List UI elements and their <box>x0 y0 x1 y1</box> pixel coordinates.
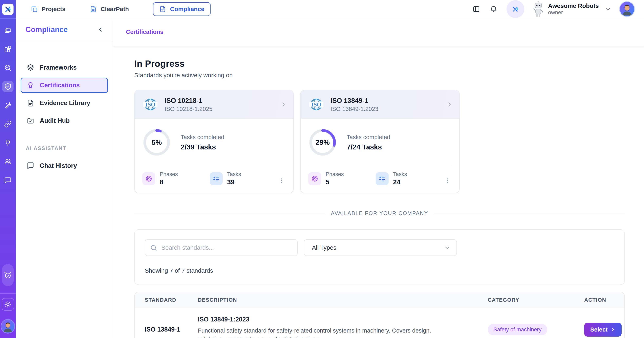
phases-target-icon <box>142 172 155 185</box>
col-description: DESCRIPTION <box>198 297 488 303</box>
user-avatar[interactable] <box>620 2 634 16</box>
file-text-icon <box>90 5 97 13</box>
tasks-summary: Tasks completed 2/39 Tasks <box>181 134 224 151</box>
sidebar-item-certifications[interactable]: Certifications <box>20 78 108 93</box>
card-menu-kebab-icon[interactable] <box>443 176 452 186</box>
tab-compliance-label: Compliance <box>170 6 204 12</box>
rail-user-avatar[interactable] <box>2 320 14 333</box>
row-action-cell: Select <box>584 323 622 337</box>
right-region: Projects ClearPath Compliance <box>16 0 644 338</box>
select-button-label: Select <box>590 326 608 333</box>
tab-clearpath-label: ClearPath <box>100 6 129 12</box>
standard-card-body: 29% Tasks completed 7/24 Tasks <box>300 119 459 165</box>
team-users-icon[interactable] <box>2 156 14 167</box>
divider-line <box>434 213 625 213</box>
standard-card-subtitle: ISO 13849-1:2023 <box>330 106 378 112</box>
standard-card-titles: ISO 13849-1 ISO 13849-1:2023 <box>330 97 378 112</box>
folder-check-icon <box>26 117 34 125</box>
panel-toggle-icon[interactable] <box>472 5 480 13</box>
alarm-check-icon[interactable] <box>2 264 14 286</box>
search-review-icon[interactable] <box>2 62 14 73</box>
chevron-right-icon[interactable] <box>446 101 452 107</box>
phases-label: Phases <box>160 171 178 177</box>
svg-text:ISO: ISO <box>311 101 322 108</box>
tasks-completed-count: 2/39 Tasks <box>181 143 224 151</box>
file-text-icon <box>26 99 34 107</box>
chat-message-icon[interactable] <box>2 175 14 186</box>
sidebar-item-evidence-library[interactable]: Evidence Library <box>20 95 108 111</box>
modules-blocks-icon[interactable] <box>2 43 14 55</box>
rail-bottom <box>0 264 16 338</box>
compliance-shield-icon[interactable] <box>2 81 14 92</box>
theme-sun-icon[interactable] <box>2 298 14 311</box>
standard-card-titles: ISO 10218-1 ISO 10218-1:2025 <box>164 97 212 112</box>
sidebar-collapse-icon[interactable] <box>97 26 104 33</box>
tab-projects[interactable]: Projects <box>31 5 66 13</box>
standard-card-header[interactable]: ISO ISO 13849-1 ISO 13849-1:2023 <box>300 90 459 119</box>
app-logo-container[interactable] <box>0 0 16 18</box>
tasks-label: Tasks <box>227 171 241 177</box>
chevron-down-icon <box>444 244 450 251</box>
row-category-cell: Safety of machinery <box>488 324 584 336</box>
tab-compliance[interactable]: Compliance <box>153 2 210 16</box>
breadcrumb[interactable]: Certifications <box>126 29 163 35</box>
app-logo <box>2 4 14 15</box>
sidebar-item-label: Certifications <box>40 82 80 89</box>
phases-value: 5 <box>326 178 344 186</box>
standard-card-header[interactable]: ISO ISO 10218-1 ISO 10218-1:2025 <box>135 90 293 119</box>
type-filter-value: All Types <box>312 244 336 251</box>
phases-target-icon <box>308 172 321 185</box>
tasks-checklist-icon <box>210 172 223 185</box>
card-menu-kebab-icon[interactable] <box>277 176 286 186</box>
ai-wand-icon[interactable] <box>2 100 14 111</box>
account-menu[interactable]: Awesome Robots owner <box>532 1 611 17</box>
sidebar-nav: Frameworks Certifications Evidence Libra… <box>16 41 113 176</box>
ai-assistant-section-label: AI ASSISTANT <box>26 145 108 151</box>
iso-logo: ISO <box>308 96 325 113</box>
filter-panel: All Types Showing 7 of 7 standards <box>134 229 625 285</box>
sidebar-header: Compliance <box>16 18 113 41</box>
tasks-stat: Tasks 39 <box>210 171 277 186</box>
account-role: owner <box>548 9 599 16</box>
row-description: ISO 13849-1:2023 Functional safety stand… <box>198 316 488 338</box>
sidebar-item-frameworks[interactable]: Frameworks <box>20 60 108 75</box>
select-button[interactable]: Select <box>584 323 622 337</box>
page-title: In Progress <box>134 58 625 69</box>
type-filter-select[interactable]: All Types <box>304 239 457 256</box>
x-sparkle-icon <box>511 5 520 13</box>
standard-card-body: 5% Tasks completed 2/39 Tasks <box>135 119 293 165</box>
sidebar-item-chat-history[interactable]: Chat History <box>20 158 108 173</box>
sidebar-item-label: Frameworks <box>40 64 77 71</box>
app-root: Projects ClearPath Compliance <box>0 0 644 338</box>
search-input[interactable] <box>145 239 298 256</box>
tasks-value: 24 <box>393 178 407 186</box>
standard-card-footer: Phases 5 <box>308 165 452 193</box>
notifications-bell-icon[interactable] <box>490 5 498 13</box>
divider-line <box>134 213 325 213</box>
icon-rail <box>0 0 16 338</box>
chevron-right-icon[interactable] <box>280 101 286 107</box>
integrations-link-icon[interactable] <box>2 118 14 130</box>
ai-assistant-button[interactable] <box>506 0 524 18</box>
progress-ring: 5% <box>143 128 170 156</box>
tasks-completed-label: Tasks completed <box>181 134 224 141</box>
account-name: Awesome Robots <box>548 2 599 9</box>
copy-icon <box>31 5 38 13</box>
chevron-right-icon <box>610 327 616 332</box>
in-progress-cards: ISO ISO 10218-1 ISO 10218-1:2025 <box>134 90 625 193</box>
sidebar-item-audit-hub[interactable]: Audit Hub <box>20 113 108 128</box>
iso-logo: ISO <box>142 96 159 113</box>
plugins-plug-icon[interactable] <box>2 137 14 148</box>
chat-bubble-icon <box>26 162 34 170</box>
rail-nav <box>2 18 14 186</box>
robot-avatar <box>532 1 544 17</box>
col-action: ACTION <box>584 297 614 303</box>
phases-stat: Phases 5 <box>308 171 376 186</box>
search-box <box>145 239 298 256</box>
projects-folders-icon[interactable] <box>2 24 14 36</box>
section-divider: AVAILABLE FOR YOUR COMPANY <box>134 210 625 216</box>
topbar: Projects ClearPath Compliance <box>16 0 644 18</box>
tab-projects-label: Projects <box>42 6 66 12</box>
page-scroll[interactable]: In Progress Standards you're actively wo… <box>113 46 644 338</box>
tab-clearpath[interactable]: ClearPath <box>90 5 129 13</box>
